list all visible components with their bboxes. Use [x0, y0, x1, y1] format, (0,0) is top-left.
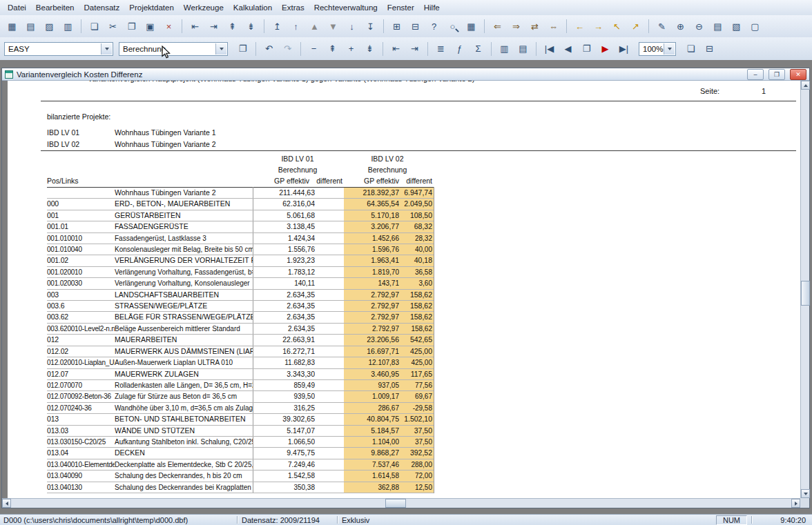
- insert-below-icon[interactable]: ⇟: [360, 40, 379, 58]
- demote-level-icon[interactable]: ⇟: [242, 17, 260, 35]
- datasheet-view-icon[interactable]: ▦: [3, 17, 21, 35]
- toolbar-secondary-icons: ❐↶↷−⇞+⇟⇤⇥≣ƒΣ▥▤|◀◀❐▶▶|: [233, 40, 633, 58]
- projects-label: bilanzierte Projekte:: [47, 112, 110, 121]
- report-window-icon: [5, 70, 13, 79]
- nav-up-left-icon[interactable]: ↖: [608, 17, 626, 35]
- record-copies-icon[interactable]: ❐: [577, 40, 596, 58]
- chevron-down-icon[interactable]: [664, 43, 675, 55]
- zoom-in-icon[interactable]: ⊕: [671, 17, 690, 35]
- restore-button[interactable]: ❐: [768, 69, 785, 80]
- vertical-scroll-thumb[interactable]: [801, 281, 810, 306]
- database-icon[interactable]: ▢: [746, 17, 764, 35]
- copy-icon[interactable]: ❐: [122, 17, 141, 35]
- copy-record-left-icon[interactable]: ⇐: [488, 17, 507, 35]
- delete-icon[interactable]: ×: [160, 17, 178, 35]
- cell-pos: 013.040130: [47, 482, 115, 493]
- cell-diff-value: 6.947,74: [399, 188, 434, 198]
- menu-item-rechteverwaltung[interactable]: Rechteverwaltung: [309, 2, 383, 13]
- menu-item-kalkulation[interactable]: Kalkulation: [229, 2, 277, 13]
- form-view-icon[interactable]: ▤: [21, 17, 40, 35]
- horizontal-scroll-thumb[interactable]: [385, 499, 406, 508]
- move-last-icon[interactable]: ↧: [361, 17, 380, 35]
- horizontal-scrollbar[interactable]: [2, 498, 800, 508]
- archive-icon[interactable]: ▧: [727, 17, 746, 35]
- sum-icon[interactable]: Σ: [469, 40, 487, 58]
- sort-asc-icon[interactable]: ▲: [305, 17, 324, 35]
- menu-item-fenster[interactable]: Fenster: [383, 2, 419, 13]
- last-record-icon[interactable]: ▶|: [615, 40, 633, 58]
- catalog-icon[interactable]: ▤: [708, 17, 727, 35]
- vertical-scrollbar[interactable]: [800, 81, 809, 498]
- page-preview-icon[interactable]: ❏: [682, 40, 700, 58]
- nav-jump-icon[interactable]: ↗: [626, 17, 645, 35]
- cell-lv2-value: 1.614,58: [344, 470, 399, 481]
- close-button[interactable]: ✕: [790, 69, 806, 80]
- insert-above-icon[interactable]: ⇞: [323, 40, 342, 58]
- new-record-icon[interactable]: ❏: [85, 17, 104, 35]
- project-combo[interactable]: EASY: [4, 42, 113, 56]
- cell-lv1-value: 2.634,35: [253, 312, 315, 322]
- table-icon[interactable]: ▦: [462, 17, 481, 35]
- grouping-icon[interactable]: ▤: [514, 40, 532, 58]
- undo-icon[interactable]: ↶: [260, 40, 278, 58]
- chevron-down-icon[interactable]: [101, 43, 112, 55]
- layout-view-icon[interactable]: ▥: [59, 17, 77, 35]
- nav-forward-icon[interactable]: →: [589, 17, 608, 35]
- view-combo[interactable]: Berechnung: [119, 42, 228, 56]
- promote-level-icon[interactable]: ⇞: [223, 17, 242, 35]
- first-record-icon[interactable]: |◀: [540, 40, 559, 58]
- move-up-icon[interactable]: ↑: [287, 17, 305, 35]
- scroll-up-icon[interactable]: [801, 81, 810, 90]
- scroll-left-icon[interactable]: [2, 499, 11, 508]
- insert-line-icon[interactable]: +: [342, 40, 360, 58]
- move-first-icon[interactable]: ↥: [268, 17, 287, 35]
- toolbar-separator: [427, 42, 428, 56]
- cell-description: VERLÄNGERUNG DER VORHALTEZEIT FÜR: [115, 255, 253, 266]
- outline-list-icon[interactable]: ≣: [432, 40, 450, 58]
- cell-description: Konsolenausleger mit Belag, Breite bis 5…: [115, 244, 253, 255]
- chevron-down-icon[interactable]: [215, 43, 226, 55]
- menu-item-hilfe[interactable]: Hilfe: [419, 2, 445, 13]
- report-view-icon[interactable]: ▨: [40, 17, 59, 35]
- print-report-icon[interactable]: ⊟: [700, 40, 719, 58]
- zoom-out-icon[interactable]: ⊖: [690, 17, 708, 35]
- paste-icon[interactable]: ▣: [141, 17, 160, 35]
- merge-records-icon[interactable]: ⇔: [544, 17, 563, 35]
- prev-record-icon[interactable]: ◀: [559, 40, 577, 58]
- sort-desc-icon[interactable]: ▼: [324, 17, 342, 35]
- shift-right-icon[interactable]: ⇥: [405, 40, 424, 58]
- indent-icon[interactable]: ⇥: [204, 17, 223, 35]
- cell-lv1-value: 1.424,34: [253, 233, 315, 244]
- stats-icon[interactable]: ▥: [495, 40, 514, 58]
- cell-pos: 013: [47, 414, 115, 424]
- menu-item-werkzeuge[interactable]: Werkzeuge: [179, 2, 229, 13]
- nav-back-icon[interactable]: ←: [570, 17, 589, 35]
- next-record-icon[interactable]: ▶: [596, 40, 615, 58]
- help-icon[interactable]: ?: [425, 17, 443, 35]
- menu-item-bearbeiten[interactable]: Bearbeiten: [31, 2, 79, 13]
- move-down-icon[interactable]: ↓: [342, 17, 361, 35]
- calculator-icon[interactable]: ⊞: [387, 17, 406, 35]
- formula-icon[interactable]: ƒ: [450, 40, 469, 58]
- edit-note-icon[interactable]: ✎: [652, 17, 671, 35]
- menu-item-datei[interactable]: Datei: [3, 2, 31, 13]
- print-icon[interactable]: ⊟: [406, 17, 425, 35]
- menu-item-projektdaten[interactable]: Projektdaten: [124, 2, 179, 13]
- zoom-combo[interactable]: 100%: [639, 42, 676, 56]
- report-window-titlebar[interactable]: Variantenvergleich Kosten Differenz – ❐ …: [2, 68, 809, 81]
- scroll-down-icon[interactable]: [801, 489, 810, 498]
- search-icon[interactable]: ○: [443, 17, 462, 35]
- shift-left-icon[interactable]: ⇤: [387, 40, 405, 58]
- swap-records-icon[interactable]: ⇄: [525, 17, 544, 35]
- menu-item-extras[interactable]: Extras: [277, 2, 309, 13]
- remove-line-icon[interactable]: −: [304, 40, 323, 58]
- cell-lv1-value: 316,25: [253, 403, 315, 413]
- cut-icon[interactable]: ✂: [104, 17, 122, 35]
- open-calculation-icon[interactable]: ❐: [233, 40, 252, 58]
- redo-icon[interactable]: ↷: [278, 40, 297, 58]
- copy-record-right-icon[interactable]: ⇒: [507, 17, 525, 35]
- scroll-right-icon[interactable]: [791, 499, 800, 508]
- minimize-button[interactable]: –: [747, 69, 764, 80]
- outdent-icon[interactable]: ⇤: [186, 17, 204, 35]
- menu-item-datensatz[interactable]: Datensatz: [79, 2, 124, 13]
